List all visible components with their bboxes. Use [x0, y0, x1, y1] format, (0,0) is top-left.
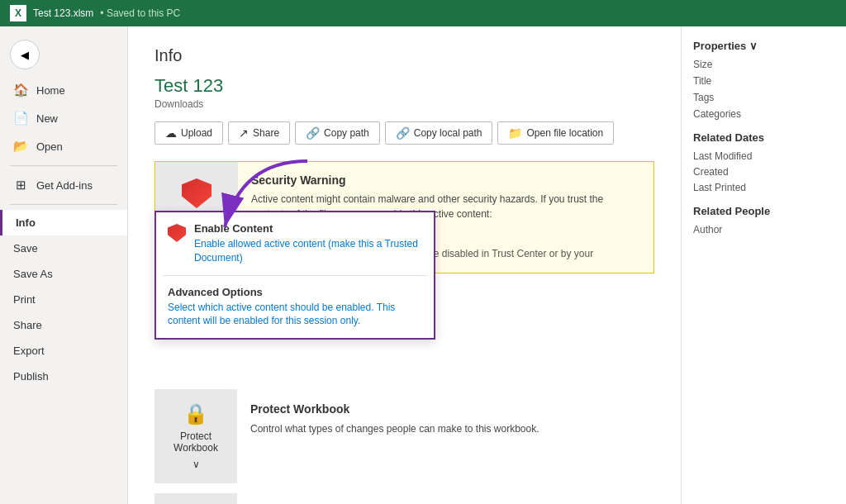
enable-content-dropdown-item[interactable]: Enable Content Enable allowed active con…: [156, 212, 434, 275]
inspect-workbook-section: 📋 Inspect Workbook Inspect Workbook: [154, 493, 654, 504]
copy-path-icon: 🔗: [306, 126, 320, 140]
advanced-options-title: Advanced Options: [168, 286, 422, 298]
protect-workbook-label: Protect Workbook: [173, 430, 218, 454]
sidebar-item-label: Share: [13, 319, 42, 331]
left-nav: ◀ 🏠 Home 📄 New 📂 Open ⊞ Get Add-ins Info…: [0, 26, 128, 504]
enable-content-dropdown: Enable Content Enable allowed active con…: [154, 211, 435, 340]
warning-title: Security Warning: [251, 174, 640, 187]
dropdown-advanced-item[interactable]: Advanced Options Select which active con…: [156, 276, 434, 339]
protect-workbook-button[interactable]: 🔒 Protect Workbook ∨: [154, 389, 237, 483]
sidebar-item-share[interactable]: Share: [0, 312, 127, 338]
home-icon: 🏠: [13, 83, 28, 97]
sidebar-item-new[interactable]: 📄 New: [0, 104, 127, 132]
property-categories[interactable]: Categories: [693, 108, 834, 120]
sidebar-item-publish[interactable]: Publish: [0, 364, 127, 389]
sidebar-item-print[interactable]: Print: [0, 287, 127, 312]
inspect-workbook-button[interactable]: 📋 Inspect Workbook: [154, 493, 237, 504]
title-bar: X Test 123.xlsm • Saved to this PC: [0, 0, 846, 26]
last-modified-item: Last Modified: [693, 150, 834, 162]
related-dates-section: Related Dates Last Modified Created Last…: [693, 131, 834, 193]
right-panel: Properties ∨ Size Title Tags Categories …: [681, 26, 846, 504]
sidebar-item-info[interactable]: Info: [0, 210, 127, 235]
sidebar-item-label: Save As: [13, 268, 53, 280]
dropdown-shield-icon: [168, 224, 186, 242]
sidebar-item-label: Info: [16, 216, 36, 229]
nav-divider-2: [10, 204, 117, 205]
protect-workbook-description: Control what types of changes people can…: [250, 423, 539, 435]
property-title[interactable]: Title: [693, 75, 834, 87]
last-printed-item: Last Printed: [693, 182, 834, 193]
copy-local-path-icon: 🔗: [396, 126, 410, 140]
dropdown-item-desc: Enable allowed active content (make this…: [194, 237, 422, 265]
sidebar-item-export[interactable]: Export: [0, 338, 127, 364]
open-icon: 📂: [13, 139, 28, 154]
related-people-section: Related People Author: [693, 205, 834, 235]
new-icon: 📄: [13, 111, 28, 126]
security-warning-container: Enable Content ∨ Security Warning Active…: [154, 161, 654, 273]
app-icon: X: [10, 5, 26, 21]
addins-icon: ⊞: [13, 178, 28, 193]
dropdown-item-content: Enable Content Enable allowed active con…: [194, 222, 422, 265]
action-buttons-row: ☁ Upload ↗ Share 🔗 Copy path 🔗 Copy loca…: [154, 121, 654, 145]
file-name: Test 123.xlsm: [33, 7, 93, 19]
sidebar-item-label: Print: [13, 293, 36, 306]
sidebar-item-open[interactable]: 📂 Open: [0, 132, 127, 160]
sidebar-item-label: Export: [13, 345, 45, 357]
sidebar-item-label: Save: [13, 242, 38, 254]
folder-icon: 📁: [508, 126, 522, 140]
share-icon: ↗: [239, 126, 249, 140]
upload-icon: ☁: [165, 126, 177, 140]
related-people-title: Related People: [693, 205, 834, 217]
inspect-workbook-title: Inspect Workbook: [237, 493, 356, 504]
sidebar-item-label: Open: [36, 140, 63, 153]
sidebar-item-save-as[interactable]: Save As: [0, 261, 127, 287]
upload-button[interactable]: ☁ Upload: [154, 121, 223, 145]
protect-workbook-title: Protect Workbook: [250, 401, 641, 418]
shield-icon: [182, 178, 212, 208]
chevron-down-icon: ∨: [749, 40, 758, 52]
lock-icon: 🔒: [183, 402, 208, 426]
page-title: Info: [154, 46, 654, 65]
sidebar-item-label: Home: [36, 84, 65, 97]
property-tags[interactable]: Tags: [693, 92, 834, 103]
author-item: Author: [693, 224, 834, 235]
protect-workbook-text: Protect Workbook Control what types of c…: [237, 389, 654, 448]
share-button[interactable]: ↗ Share: [228, 121, 290, 145]
back-button[interactable]: ◀: [10, 40, 40, 69]
main-content: Info Test 123 Downloads ☁ Upload ↗ Share…: [128, 26, 681, 504]
properties-section-title: Properties ∨: [693, 40, 834, 52]
open-file-location-button[interactable]: 📁 Open file location: [497, 121, 614, 145]
nav-divider: [10, 165, 117, 166]
created-item: Created: [693, 166, 834, 178]
file-title: Test 123: [154, 75, 654, 97]
sidebar-item-home[interactable]: 🏠 Home: [0, 76, 127, 104]
sidebar-item-label: Get Add-ins: [36, 179, 93, 192]
sidebar-item-addins[interactable]: ⊞ Get Add-ins: [0, 171, 127, 199]
sidebar-item-label: New: [36, 112, 58, 125]
copy-local-path-button[interactable]: 🔗 Copy local path: [385, 121, 493, 145]
protect-workbook-section: 🔒 Protect Workbook ∨ Protect Workbook Co…: [154, 389, 654, 483]
back-icon: ◀: [21, 49, 29, 61]
sidebar-item-label: Publish: [13, 370, 49, 383]
save-status: • Saved to this PC: [100, 7, 180, 19]
property-size[interactable]: Size: [693, 59, 834, 70]
dropdown-item-title: Enable Content: [194, 222, 422, 235]
copy-path-button[interactable]: 🔗 Copy path: [295, 121, 380, 145]
chevron-down-icon: ∨: [192, 459, 200, 470]
advanced-options-desc: Select which active content should be en…: [168, 301, 422, 329]
sidebar-item-save[interactable]: Save: [0, 235, 127, 261]
file-subtitle: Downloads: [154, 98, 654, 110]
related-dates-title: Related Dates: [693, 131, 834, 144]
